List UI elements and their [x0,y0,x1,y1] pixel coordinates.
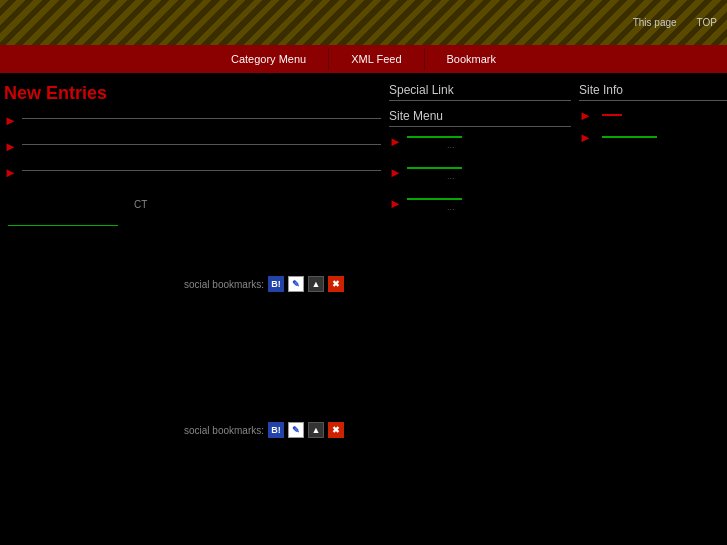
bullet-icon: ► [389,134,402,149]
menu-item: ► ... [389,133,571,150]
bullet-icon: ► [579,130,592,145]
left-column: New Entries ► ► ► CT social bookmarks: B… [4,83,389,438]
social-icon-red[interactable]: ✖ [328,276,344,292]
right-entry: ► [579,107,727,123]
social-bookmarks-top: social bookmarks: B! ✎ ▲ ✖ [4,276,381,292]
this-page-link[interactable]: This page [633,17,677,28]
social-icon-bl[interactable]: B! [268,276,284,292]
menu-entry-content: ... [407,133,462,150]
social-icon-hat-2[interactable]: ▲ [308,422,324,438]
social-label-bottom: social bookmarks: [184,425,264,436]
social-icon-red-2[interactable]: ✖ [328,422,344,438]
entry-line [22,170,381,171]
right-red-bar [602,114,622,116]
nav-category-menu[interactable]: Category Menu [209,48,329,70]
special-link-title: Special Link [389,83,571,101]
list-item: ► [4,112,381,132]
bullet-icon: ► [4,165,17,180]
right-entry: ► [579,129,727,145]
entry-line [22,144,381,145]
bullet-icon: ► [389,196,402,211]
social-icon-edit[interactable]: ✎ [288,276,304,292]
menu-entry-content: ... [407,164,462,181]
social-label: social bookmarks: [184,279,264,290]
menu-green-bar [407,198,462,200]
right-green-bar [602,136,657,138]
bullet-icon: ► [389,165,402,180]
green-link-wrapper [8,225,381,226]
site-menu-title: Site Menu [389,109,571,127]
bullet-icon: ► [4,113,17,128]
top-stripe: This page TOP [0,0,727,45]
top-link[interactable]: TOP [697,17,717,28]
site-info-title: Site Info [579,83,727,101]
menu-item: ► ... [389,195,571,212]
ct-label: CT [134,199,381,210]
list-item: ► [4,138,381,158]
entry-line [22,118,381,119]
menu-item: ► ... [389,164,571,181]
nav-xml-feed[interactable]: XML Feed [329,48,424,70]
menu-green-bar [407,136,462,138]
menu-dots: ... [447,202,462,212]
bullet-icon: ► [579,108,592,123]
menu-dots: ... [447,171,462,181]
main-content: New Entries ► ► ► CT social bookmarks: B… [0,73,727,448]
social-icon-hat[interactable]: ▲ [308,276,324,292]
menu-dots: ... [447,140,462,150]
bullet-icon: ► [4,139,17,154]
top-links: This page TOP [633,17,717,28]
social-bookmarks-bottom: social bookmarks: B! ✎ ▲ ✖ [4,422,381,438]
right-column: Site Info ► ► [579,83,727,438]
social-icon-edit-2[interactable]: ✎ [288,422,304,438]
list-item: ► [4,164,381,184]
nav-bar: Category Menu XML Feed Bookmark [0,45,727,73]
middle-column: Special Link Site Menu ► ... ► ... ► ... [389,83,579,438]
menu-green-bar [407,167,462,169]
social-icon-bl-2[interactable]: B! [268,422,284,438]
new-entries-title: New Entries [4,83,381,104]
green-link-line [8,225,118,226]
menu-entry-content: ... [407,195,462,212]
nav-bookmark[interactable]: Bookmark [425,48,519,70]
